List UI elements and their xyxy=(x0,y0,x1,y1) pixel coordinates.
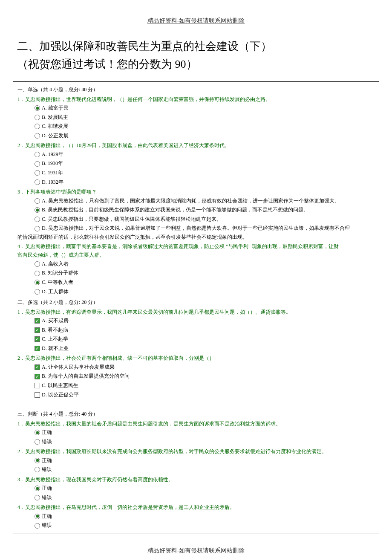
option-label: A. 藏富于民 xyxy=(42,104,69,113)
option-label: D. 1932年 xyxy=(42,178,63,187)
option-label: 错误 xyxy=(42,493,52,503)
option-label: A. 吴忠民教授指出，只有做到了富民，国家才能最大限度地消除内耗，形成有效的社会… xyxy=(42,197,340,206)
question-text: 4．吴忠民教授指出，藏富于民的基本要旨是，消除或者缓解过大的贫富差距现象，防止公… xyxy=(17,243,339,249)
option-b[interactable]: B. 知识分子群体 xyxy=(35,269,375,278)
question-judge-3: 3．吴忠民教授指出，现在我国民众对于政府仍然有着高度的依赖性。 正确 错误 xyxy=(17,475,375,503)
question-2: 2．吴忠民教授指出，（）10月29日，美国股市崩盘，由此代表着美国进入了经济大萧… xyxy=(17,141,375,187)
option-a[interactable]: A. 让全体人民共享社会发展成果 xyxy=(35,363,375,372)
option-label: A. 高收入者 xyxy=(42,260,69,269)
question-text: 3．下列各项表述中错误的是哪项？ xyxy=(17,189,97,195)
radio-icon xyxy=(35,198,40,204)
radio-icon xyxy=(35,430,40,435)
option-d[interactable]: D. 工人群体 xyxy=(35,287,375,297)
option-a[interactable]: A. 买不起房 xyxy=(35,316,375,326)
radio-icon xyxy=(35,467,40,472)
section-single-choice: 一、单选（共 4 小题，总分: 40 分） 1．吴忠民教授指出，世界现代化进程说… xyxy=(13,81,379,403)
checkbox-icon xyxy=(35,392,40,398)
option-false[interactable]: 错误 xyxy=(35,521,375,530)
section-title: 一、单选（共 4 小题，总分: 40 分） xyxy=(17,85,375,94)
option-c[interactable]: C. 以民主惠民生 xyxy=(35,381,375,390)
checkbox-icon xyxy=(35,346,40,351)
option-a[interactable]: A. 吴忠民教授指出，只有做到了富民，国家才能最大限度地消除内耗，形成有效的社会… xyxy=(35,197,375,206)
option-label: A. 1929年 xyxy=(42,150,63,159)
sub-title: （祝贺您通过考试！您的分数为 90） xyxy=(17,55,375,73)
question-text: 4．吴忠民教授指出，在马克思时代，压倒一切的社会矛盾是劳资矛盾，是工人和企业主的… xyxy=(17,504,235,510)
radio-icon xyxy=(35,495,40,500)
question-text: 1．吴忠民教授指出，我国大量的社会矛盾问题是由民生问题引发的，是民生方面的诉求而… xyxy=(17,421,281,427)
option-label: C. 吴忠民教授指出，只要想做，我国初级民生保障体系能够很轻松地建立起来。 xyxy=(42,215,222,224)
option-d[interactable]: D. 公正发展 xyxy=(35,131,375,141)
option-c[interactable]: C. 吴忠民教授指出，只要想做，我国初级民生保障体系能够很轻松地建立起来。 xyxy=(35,215,375,224)
option-c[interactable]: C. 和谐发展 xyxy=(35,122,375,131)
radio-icon xyxy=(35,486,40,491)
option-label: B. 看不起病 xyxy=(42,326,68,335)
option-label: D. 吴忠民教授指出，对于民众来说，如果普遍增加了一些利益，自然都是皆大欢喜。但… xyxy=(42,225,350,231)
option-c[interactable]: C. 中等收入者 xyxy=(35,278,375,287)
option-label: 错误 xyxy=(42,465,52,474)
option-true[interactable]: 正确 xyxy=(35,428,375,437)
radio-icon xyxy=(35,271,40,276)
option-b[interactable]: B. 为每个人的自由发展提供充分的空间 xyxy=(35,372,375,381)
option-label: D. 就不上业 xyxy=(42,344,69,353)
radio-icon xyxy=(35,105,40,111)
option-true[interactable]: 正确 xyxy=(35,484,375,493)
checkbox-icon xyxy=(35,327,40,333)
option-c[interactable]: C. 1931年 xyxy=(35,168,375,178)
question-judge-2: 2．吴忠民教授指出，我国政府长期以来没有完成向公共服务型政府的转型，对于民众的公… xyxy=(17,447,375,474)
radio-icon xyxy=(35,170,40,176)
question-judge-1: 1．吴忠民教授指出，我国大量的社会矛盾问题是由民生问题引发的，是民生方面的诉求而… xyxy=(17,419,375,447)
radio-icon xyxy=(35,226,40,231)
checkbox-icon xyxy=(35,364,40,370)
question-text: 2．吴忠民教授指出，我国政府长期以来没有完成向公共服务型政府的转型，对于民众的公… xyxy=(17,448,327,454)
option-label: A. 买不起房 xyxy=(42,316,69,326)
checkbox-icon xyxy=(35,318,40,324)
question-text-cont: 富向民众倾斜，使（）成为主要人群。 xyxy=(17,251,375,259)
option-d[interactable]: D. 就不上业 xyxy=(35,344,375,353)
option-label: B. 吴忠民教授指出，目前初级民生保障体系的建立对我国来说，仍是一个能不能够做的… xyxy=(42,205,308,215)
question-4: 4．吴忠民教授指出，藏富于民的基本要旨是，消除或者缓解过大的贫富差距现象，防止公… xyxy=(17,242,375,296)
question-text: 1．吴忠民教授指出，世界现代化进程说明，（）是任何一个国家走向繁荣富强，并保持可… xyxy=(17,96,271,102)
option-d[interactable]: D. 吴忠民教授指出，对于民众来说，如果普遍增加了一些利益，自然都是皆大欢喜。但… xyxy=(35,224,375,232)
radio-icon xyxy=(35,133,40,139)
option-label: C. 上不起学 xyxy=(42,335,68,344)
option-label: 错误 xyxy=(42,437,52,447)
checkbox-icon xyxy=(35,383,40,388)
option-a[interactable]: A. 1929年 xyxy=(35,150,375,159)
option-d[interactable]: D. 1932年 xyxy=(35,178,375,187)
question-multi-1: 1．吴忠民教授指出，有追踪调查显示，我国这几年来民众最关切的前几位问题几乎都是民… xyxy=(17,308,375,353)
main-title: 二、加强以保障和改善民生为重点的社会建设（下） xyxy=(17,38,375,55)
option-label: 正确 xyxy=(42,428,52,437)
option-b[interactable]: B. 发展民主 xyxy=(35,113,375,122)
option-c[interactable]: C. 上不起学 xyxy=(35,335,375,344)
option-a[interactable]: A. 藏富于民 xyxy=(35,104,375,113)
option-true[interactable]: 正确 xyxy=(35,512,375,521)
option-label: B. 1930年 xyxy=(42,159,63,168)
option-false[interactable]: 错误 xyxy=(35,465,375,474)
option-b[interactable]: B. 1930年 xyxy=(35,159,375,168)
radio-icon xyxy=(35,261,40,267)
question-text: 3．吴忠民教授指出，现在我国民众对于政府仍然有着高度的依赖性。 xyxy=(17,477,173,483)
radio-icon xyxy=(35,439,40,445)
checkbox-icon xyxy=(35,374,40,379)
option-d[interactable]: D. 以公正促公平 xyxy=(35,390,375,400)
section-judge: 三、判断（共 4 小题，总分: 40 分） 1．吴忠民教授指出，我国大量的社会矛… xyxy=(13,406,379,534)
option-a[interactable]: A. 高收入者 xyxy=(35,260,375,269)
option-label: A. 让全体人民共享社会发展成果 xyxy=(42,363,115,372)
question-text: 2．吴忠民教授指出，社会公正有两个相辅相成、缺一不可的基本价值取向，分别是（） xyxy=(17,355,214,361)
question-text: 1．吴忠民教授指出，有追踪调查显示，我国这几年来民众最关切的前几位问题几乎都是民… xyxy=(17,309,291,315)
radio-icon xyxy=(35,152,40,157)
radio-icon xyxy=(35,514,40,519)
question-judge-4: 4．吴忠民教授指出，在马克思时代，压倒一切的社会矛盾是劳资矛盾，是工人和企业主的… xyxy=(17,503,375,530)
option-label: B. 知识分子群体 xyxy=(42,269,78,278)
option-label: B. 为每个人的自由发展提供充分的空间 xyxy=(42,372,130,381)
option-false[interactable]: 错误 xyxy=(35,437,375,447)
question-text: 2．吴忠民教授指出，（）10月29日，美国股市崩盘，由此代表着美国进入了经济大萧… xyxy=(17,142,230,148)
option-label: D. 以公正促公平 xyxy=(42,390,79,400)
option-b[interactable]: B. 看不起病 xyxy=(35,326,375,335)
option-label: C. 中等收入者 xyxy=(42,278,73,287)
checkbox-icon xyxy=(35,336,40,342)
option-label: B. 发展民主 xyxy=(42,113,68,122)
option-false[interactable]: 错误 xyxy=(35,493,375,503)
option-true[interactable]: 正确 xyxy=(35,456,375,465)
option-b[interactable]: B. 吴忠民教授指出，目前初级民生保障体系的建立对我国来说，仍是一个能不能够做的… xyxy=(35,205,375,215)
